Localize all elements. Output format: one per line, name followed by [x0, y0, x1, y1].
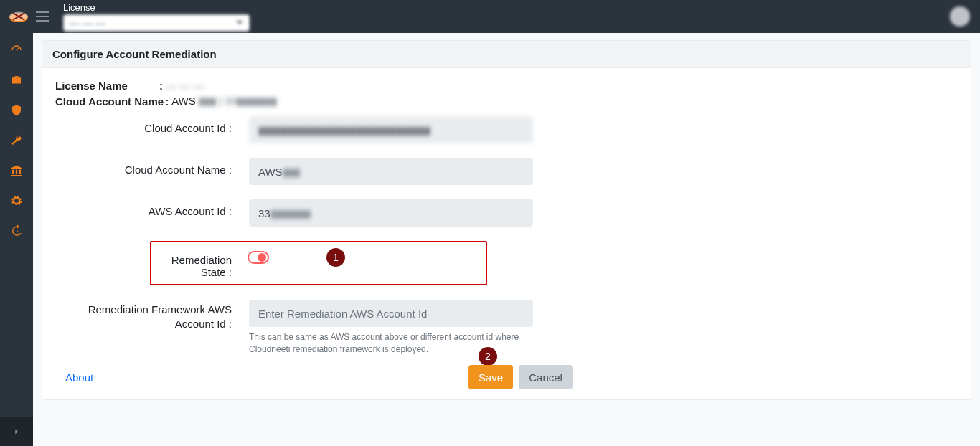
remediation-form: Cloud Account Id : ▮▮▮▮▮▮▮▮▮▮▮▮▮▮▮▮▮▮▮▮▮…: [55, 116, 958, 384]
remediation-fw-row: Remediation Framework AWS Account Id : T…: [55, 300, 958, 356]
gear-icon[interactable]: [9, 194, 24, 208]
topbar: License — — —: [0, 0, 980, 33]
license-dropdown[interactable]: — — —: [63, 14, 250, 32]
remediation-state-label: Remediation State :: [151, 248, 248, 278]
remediation-fw-label: Remediation Framework AWS Account Id :: [55, 300, 249, 331]
page-title: Configure Account Remediation: [42, 40, 971, 68]
menu-toggle-icon[interactable]: [36, 9, 52, 24]
cloud-account-name-label: Cloud Account Name: [55, 95, 164, 108]
cloud-account-id-row: Cloud Account Id : ▮▮▮▮▮▮▮▮▮▮▮▮▮▮▮▮▮▮▮▮▮…: [55, 116, 958, 143]
content-area: Configure Account Remediation License Na…: [33, 33, 980, 446]
cloud-account-name-prefix: AWS: [171, 95, 196, 107]
institution-icon[interactable]: [9, 163, 24, 178]
license-name-value: — — —: [166, 80, 204, 92]
shield-icon[interactable]: [9, 103, 24, 118]
remediation-state-toggle[interactable]: [248, 251, 269, 264]
wrench-icon[interactable]: [9, 133, 24, 148]
cancel-button[interactable]: Cancel: [519, 365, 573, 389]
cloud-account-id-label: Cloud Account Id :: [55, 116, 249, 134]
cloud-account-id-value: ▮▮▮▮▮▮▮▮▮▮▮▮▮▮▮▮▮▮▮▮▮▮▮▮▮▮▮▮▮▮: [249, 116, 533, 143]
cloud-account-name-form-label: Cloud Account Name :: [55, 158, 249, 176]
remediation-state-row: Remediation State : 1: [150, 241, 487, 285]
dashboard-icon[interactable]: [9, 43, 24, 57]
cloud-account-name-row: Cloud Account Name : AWS ▮▮▮ | 33▮▮▮▮▮▮▮: [55, 95, 958, 108]
license-name-label: License Name: [55, 80, 128, 92]
aws-account-id-label: AWS Account Id :: [55, 199, 249, 217]
remediation-fw-input[interactable]: [249, 300, 533, 327]
app-logo-icon: [7, 9, 30, 24]
chevron-down-icon: [236, 21, 243, 24]
toggle-knob: [258, 253, 266, 262]
avatar[interactable]: [950, 6, 970, 27]
step-badge-2: 2: [479, 347, 497, 366]
panel-body: License Name : — — — Cloud Account Name …: [42, 68, 971, 400]
license-selector: License — — —: [63, 2, 250, 32]
cloud-account-name-form-value: AWS▮▮▮: [249, 158, 533, 185]
step-badge-1: 1: [326, 248, 345, 267]
briefcase-icon[interactable]: [9, 73, 24, 87]
save-button[interactable]: Save: [468, 365, 513, 389]
cloud-account-name-form-row: Cloud Account Name : AWS▮▮▮: [55, 158, 958, 185]
about-link[interactable]: About: [65, 371, 93, 384]
aws-account-id-row: AWS Account Id : 33▮▮▮▮▮▮▮: [55, 199, 958, 227]
history-icon[interactable]: [9, 224, 24, 238]
license-label: License: [63, 2, 250, 13]
expand-nav-button[interactable]: [0, 417, 33, 446]
aws-account-id-value: 33▮▮▮▮▮▮▮: [249, 199, 533, 227]
license-selected-text: — — —: [70, 17, 105, 29]
actions-row: 2 About Save Cancel: [55, 371, 958, 384]
side-nav: [0, 33, 33, 446]
license-name-row: License Name : — — —: [55, 80, 958, 92]
cloud-account-name-rest: ▮▮▮ | 33▮▮▮▮▮▮▮: [199, 95, 277, 107]
